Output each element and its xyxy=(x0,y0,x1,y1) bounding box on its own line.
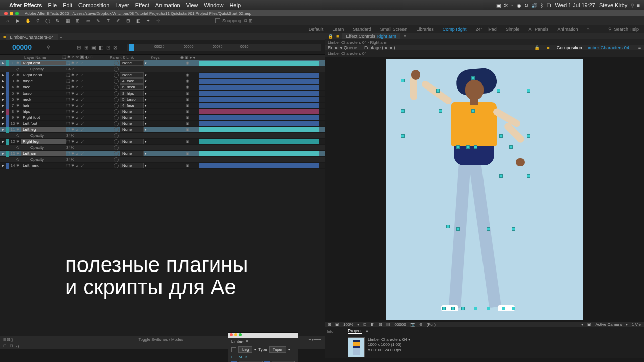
vf-icon[interactable]: ⊞ xyxy=(328,322,331,327)
workspace-small[interactable]: Small Screen xyxy=(380,27,408,32)
visibility-toggle[interactable]: ◉ xyxy=(184,85,190,89)
stamp-tool-icon[interactable]: ⊟ xyxy=(125,17,132,24)
layer-duration-bar[interactable] xyxy=(199,163,319,168)
parent-dropdown[interactable]: 8. hips xyxy=(120,90,144,96)
visibility-toggle[interactable]: ◉ xyxy=(184,115,190,120)
visibility-toggle[interactable]: ◉ xyxy=(184,127,190,132)
visibility-toggle[interactable]: ◉ xyxy=(184,61,190,65)
vf-icon[interactable]: ⊡ xyxy=(363,322,367,327)
selection-handle[interactable] xyxy=(456,227,460,231)
pickwhip-icon[interactable] xyxy=(114,151,119,156)
column-keys[interactable]: Keys xyxy=(151,55,180,60)
selection-handle[interactable] xyxy=(442,307,446,310)
layer-property-row[interactable]: ◇Opacity34% xyxy=(0,133,325,139)
bluetooth-icon[interactable]: ᛒ xyxy=(540,3,543,8)
selection-handle[interactable] xyxy=(509,145,513,149)
parent-dropdown[interactable]: None xyxy=(120,127,144,132)
layer-duration-bar[interactable] xyxy=(199,139,319,144)
selection-handle[interactable] xyxy=(401,79,405,82)
parent-dropdown[interactable]: 6. neck xyxy=(120,84,144,90)
column-parent[interactable]: Parent & Link xyxy=(110,55,151,60)
comp-canvas[interactable] xyxy=(386,59,583,320)
vf-icon[interactable]: ▾ xyxy=(357,322,359,327)
selection-handle[interactable] xyxy=(487,227,490,231)
selection-handle[interactable] xyxy=(527,174,530,178)
menu-composition[interactable]: Composition xyxy=(78,2,109,8)
layer-search-input[interactable] xyxy=(47,45,77,50)
menu-layer[interactable]: Layer xyxy=(115,2,129,8)
layer-duration-bar[interactable] xyxy=(199,97,319,102)
selection-handle[interactable] xyxy=(401,134,405,138)
layer-name[interactable]: hips xyxy=(21,109,66,114)
layer-name[interactable]: Right leg xyxy=(21,139,66,144)
project-item-name[interactable]: Limber-Characters-04 ▾ xyxy=(368,337,410,342)
zoom-window-button[interactable] xyxy=(15,12,19,15)
parent-dropdown[interactable]: None xyxy=(120,60,144,66)
selection-tool-icon[interactable]: ▶ xyxy=(14,17,21,24)
selection-handle[interactable] xyxy=(487,307,490,310)
workspace-standard[interactable]: Standard xyxy=(353,27,371,32)
vf-icon[interactable]: ⊟ xyxy=(379,322,382,327)
property-value[interactable]: 34% xyxy=(66,145,114,150)
panel-menu-icon[interactable]: ≡ xyxy=(404,34,406,39)
selection-handle[interactable] xyxy=(436,89,440,93)
property-value[interactable]: 34% xyxy=(66,133,114,138)
panel-menu-icon[interactable]: ≡ xyxy=(638,45,641,50)
vf-zoom[interactable]: 100% xyxy=(343,322,353,327)
home-icon[interactable]: ⌂ xyxy=(4,17,11,24)
layer-duration-bar[interactable] xyxy=(199,151,319,156)
vf-icon[interactable]: ▤ xyxy=(386,322,390,327)
layer-property-row[interactable]: ◇Opacity34% xyxy=(0,157,325,163)
lock-icon[interactable]: 🔒 xyxy=(328,34,333,39)
layer-name[interactable]: Left leg xyxy=(21,127,66,132)
workspace-default[interactable]: Default xyxy=(309,27,324,32)
menu-animation[interactable]: Animation xyxy=(155,2,180,8)
limber-type-dropdown[interactable]: Taper xyxy=(269,346,286,353)
menu-view[interactable]: View xyxy=(186,2,198,8)
brush-tool-icon[interactable]: ✐ xyxy=(115,17,122,24)
layer-switches[interactable]: ⬚ ✱ ⧄ ⟋ xyxy=(66,109,114,114)
selection-handle[interactable] xyxy=(499,174,503,178)
pickwhip-icon[interactable] xyxy=(114,79,119,84)
timeline-tab[interactable]: Limber-Characters-04 xyxy=(6,34,58,40)
layer-duration-bar[interactable] xyxy=(199,61,319,66)
status-icon[interactable]: ◉ xyxy=(517,3,521,8)
footer-icon[interactable]: ⊟ xyxy=(10,344,13,348)
layer-name[interactable]: Right foot xyxy=(21,115,66,120)
zoom-slider[interactable]: ━●━━━ xyxy=(309,337,321,342)
visibility-toggle[interactable]: ◉ xyxy=(184,91,190,96)
menu-effect[interactable]: Effect xyxy=(135,2,149,8)
footer-icon[interactable]: {} xyxy=(16,344,19,348)
selection-handle[interactable] xyxy=(474,307,477,310)
menu-edit[interactable]: Edit xyxy=(63,2,72,8)
shape-tool-icon[interactable]: ▭ xyxy=(85,17,92,24)
layer-row[interactable]: ▸2✱Right hand⬚ ✱ ⧄ ⟋None▾◉ xyxy=(0,72,325,78)
zoom-tool-icon[interactable]: ⚲ xyxy=(34,17,41,24)
visibility-toggle[interactable]: ◉ xyxy=(184,103,190,108)
minimize-window-button[interactable] xyxy=(10,12,13,15)
selection-handle[interactable] xyxy=(527,134,530,138)
layer-row[interactable]: ▸1✱Right arm⬚ ✱ ⧄ ⟋None▾◉ xyxy=(0,60,325,66)
snap-option-icon[interactable]: ⊞ xyxy=(249,18,253,23)
search-help-placeholder[interactable]: Search Help xyxy=(614,27,639,32)
workspace-learn[interactable]: Learn xyxy=(332,27,344,32)
layer-row[interactable]: ▸8✱hips⬚ ✱ ⧄ ⟋None▾◉ xyxy=(0,109,325,115)
vf-icon[interactable]: ▾ xyxy=(581,322,583,327)
search-icon[interactable]: ⚲ xyxy=(608,27,612,32)
vf-icon[interactable]: ▾ xyxy=(626,322,628,327)
layer-name[interactable]: Left arm xyxy=(21,151,66,156)
layer-row[interactable]: ▸6✱neck⬚ ✱ ⧄ ⟋5. torso▾◉ xyxy=(0,97,325,103)
tl-icon[interactable]: ⊡ xyxy=(106,45,110,50)
workspace-simple[interactable]: Simple xyxy=(506,27,520,32)
layer-row[interactable]: ▸13✱Left arm⬚ ✱ ⧄ ⟋None▾◉ xyxy=(0,151,325,157)
menu-file[interactable]: File xyxy=(48,2,57,8)
parent-dropdown[interactable]: 5. torso xyxy=(120,97,144,102)
pickwhip-icon[interactable] xyxy=(114,91,119,96)
layer-name[interactable]: Left foot xyxy=(21,121,66,126)
vf-icon[interactable]: ⊕ xyxy=(419,322,423,327)
vf-res[interactable]: (Full) xyxy=(427,322,436,327)
layer-duration-bar[interactable] xyxy=(199,91,319,96)
parent-dropdown[interactable]: None xyxy=(120,151,144,156)
rotate-tool-icon[interactable]: ↻ xyxy=(54,17,61,24)
selection-handle[interactable] xyxy=(461,307,465,310)
